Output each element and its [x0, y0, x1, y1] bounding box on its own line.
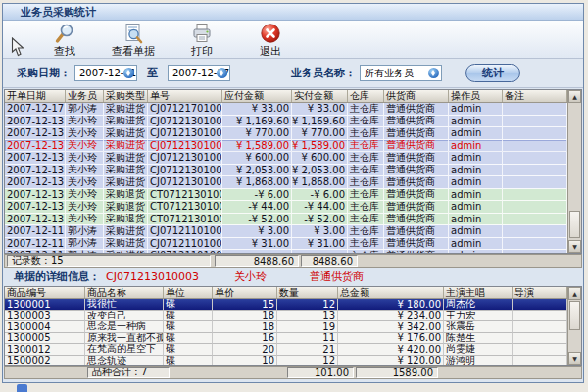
table-cell: 郭小涛 [66, 238, 104, 251]
column-header[interactable]: 仓库 [348, 90, 384, 102]
table-row[interactable]: 2007-12-13关小玲采购进货CJ071213010005¥ 2,053.0… [5, 165, 567, 177]
table-row[interactable]: 1300001我很忙碟1512¥ 180.00周杰伦 [5, 299, 567, 311]
table-cell: admin [449, 103, 503, 116]
column-header[interactable]: 单价 [213, 287, 277, 298]
app-window: 业务员采购统计 查找 查看单 [2, 3, 584, 383]
table-row[interactable]: 2007-12-13关小玲采购进货CJ071213010002¥ 770.00¥… [5, 127, 567, 140]
table-cell: 关小玲 [66, 152, 104, 165]
table-cell [513, 321, 567, 333]
table-cell: 碟 [164, 344, 213, 356]
table-cell: CJ071211010001 [148, 225, 222, 238]
table-row[interactable]: 1500002思念轨迹碟1012¥ 120.00游鸿明 [5, 356, 567, 366]
column-header[interactable]: 操作员 [449, 90, 503, 102]
table-cell: ¥ 180.00 [338, 299, 444, 311]
table-cell: 13 [277, 311, 338, 322]
table-cell: 采购进货 [104, 116, 148, 128]
detail-info-label: 单据的详细信息： [14, 270, 100, 284]
table-cell: 主仓库 [348, 116, 384, 128]
table-row[interactable]: 1300005原来我一直都不孤单碟1611¥ 176.00陈楚生 [5, 333, 567, 345]
table-cell: 主仓库 [348, 165, 384, 177]
salesperson-dropdown-icon[interactable] [428, 68, 439, 78]
column-header[interactable]: 备注 [503, 90, 567, 102]
table-row[interactable]: 2007-12-13关小玲采购进货CJ071213010006¥ 1,868.0… [5, 176, 567, 189]
table-row[interactable]: 2007-12-13关小玲采购进货CJ071213010001¥ 1,169.6… [5, 116, 567, 128]
print-icon [191, 23, 213, 44]
payable-total: 8488.60 [215, 255, 299, 267]
table-cell: ¥ 1,589.00 [222, 140, 292, 153]
table-row[interactable]: 2007-12-13关小玲采购退货CT071213010001-¥ 6.00-¥… [5, 189, 567, 202]
table-cell: 采购退货 [104, 214, 148, 226]
table-cell: 18 [213, 311, 277, 322]
table-cell: ¥ 1,868.00 [222, 176, 292, 189]
orders-scrollbar-thumb[interactable] [569, 211, 580, 238]
table-row[interactable]: 2007-12-11郭小涛采购进货CJ071211010003主仓库普通供货商a… [5, 250, 567, 253]
table-row[interactable]: 2007-12-13关小玲采购进货CJ071213010003¥ 1,589.0… [5, 140, 567, 153]
column-header[interactable]: 总金额 [338, 287, 444, 298]
table-cell: 普通供货商 [384, 116, 449, 128]
table-row[interactable]: 1300003改变自己碟1813¥ 234.00王力宏 [5, 311, 567, 322]
table-cell: 采购进货 [104, 225, 148, 238]
table-row[interactable]: 2007-12-17郭小涛采购进货CJ071217010001¥ 33.00¥ … [5, 103, 567, 116]
column-header[interactable]: 主演主唱 [444, 287, 513, 298]
table-cell: 采购退货 [104, 201, 148, 214]
table-cell: 思念是一种病 [85, 321, 164, 333]
find-button[interactable]: 查找 [38, 23, 91, 59]
table-row[interactable]: 2007-12-13关小玲采购退货CT071213010003-¥ 52.00-… [5, 214, 567, 226]
column-header[interactable]: 实付金额 [292, 90, 348, 102]
date-to-input[interactable]: 2007-12-17 [168, 65, 230, 81]
statistics-button[interactable]: 统计 [466, 64, 520, 82]
date-to-spinner-icon[interactable] [217, 68, 227, 78]
view-document-button[interactable]: 查看单据 [107, 23, 160, 59]
table-cell: 普通供货商 [384, 250, 449, 253]
exit-button[interactable]: 退出 [244, 23, 297, 59]
table-cell: 11 [277, 333, 338, 345]
scroll-up-icon[interactable]: ▲ [568, 287, 581, 300]
window-title: 业务员采购统计 [21, 5, 96, 20]
items-table-header: 商品编号商品名称单位单价数量总金额主演主唱导演 [5, 287, 581, 299]
print-button[interactable]: 打印 [175, 23, 228, 59]
table-cell: 主仓库 [348, 127, 384, 140]
table-row[interactable]: 1300012在梵高的星空下碟2021¥ 420.00尚雯婕 [5, 344, 567, 356]
table-cell: ¥ 770.00 [292, 127, 348, 140]
column-header[interactable]: 应付金额 [222, 90, 292, 102]
detail-order-no: CJ071213010003 [106, 270, 199, 283]
scroll-down-icon[interactable]: ▼ [568, 352, 581, 365]
column-header[interactable]: 单号 [148, 90, 222, 102]
column-header[interactable]: 数量 [277, 287, 338, 298]
table-cell [503, 103, 567, 116]
table-row[interactable]: 2007-12-11郭小涛采购进货CJ071211010002¥ 31.00¥ … [5, 238, 567, 251]
find-icon [54, 23, 75, 44]
table-row[interactable]: 2007-12-13关小玲采购进货CJ071213010004¥ 600.00¥… [5, 152, 567, 165]
column-header[interactable]: 商品名称 [85, 287, 164, 298]
table-cell: ¥ 176.00 [338, 333, 444, 345]
table-cell: ¥ 234.00 [338, 311, 444, 322]
scroll-up-icon[interactable]: ▲ [568, 90, 581, 103]
table-row[interactable]: 2007-12-13关小玲采购退货CT071213010002-¥ 44.00-… [5, 201, 567, 214]
column-header[interactable]: 开单日期 [5, 90, 66, 102]
table-cell: 1300001 [5, 299, 85, 311]
column-header[interactable]: 商品编号 [5, 287, 85, 298]
orders-scrollbar[interactable]: ▲ ▼ [567, 90, 581, 253]
table-cell: 主仓库 [348, 250, 384, 253]
table-cell: 普通供货商 [384, 176, 449, 189]
exit-icon [260, 23, 281, 44]
items-scrollbar[interactable]: ▲ ▼ [567, 287, 581, 365]
column-header[interactable]: 采购类型 [104, 90, 148, 102]
table-cell: admin [449, 189, 503, 202]
table-cell: 碟 [164, 356, 213, 366]
date-from-spinner-icon[interactable] [123, 68, 134, 78]
scroll-down-icon[interactable]: ▼ [568, 240, 581, 253]
column-header[interactable]: 供货商 [384, 90, 449, 102]
column-header[interactable]: 单位 [164, 287, 213, 298]
table-cell: 关小玲 [66, 165, 104, 177]
table-cell: -¥ 6.00 [292, 189, 348, 202]
items-scrollbar-thumb[interactable] [569, 301, 580, 330]
column-header[interactable]: 业务员 [66, 90, 104, 102]
table-cell: CJ071213010001 [148, 116, 222, 128]
column-header[interactable]: 导演 [513, 287, 567, 298]
salesperson-select[interactable]: 所有业务员 [360, 65, 442, 81]
table-row[interactable]: 1300004思念是一种病碟1819¥ 342.00张震岳 [5, 321, 567, 333]
date-from-input[interactable]: 2007-12-01 [74, 65, 137, 81]
table-cell: CJ071211010002 [148, 238, 222, 251]
table-row[interactable]: 2007-12-11郭小涛采购进货CJ071211010001¥ 3.00¥ 3… [5, 225, 567, 238]
